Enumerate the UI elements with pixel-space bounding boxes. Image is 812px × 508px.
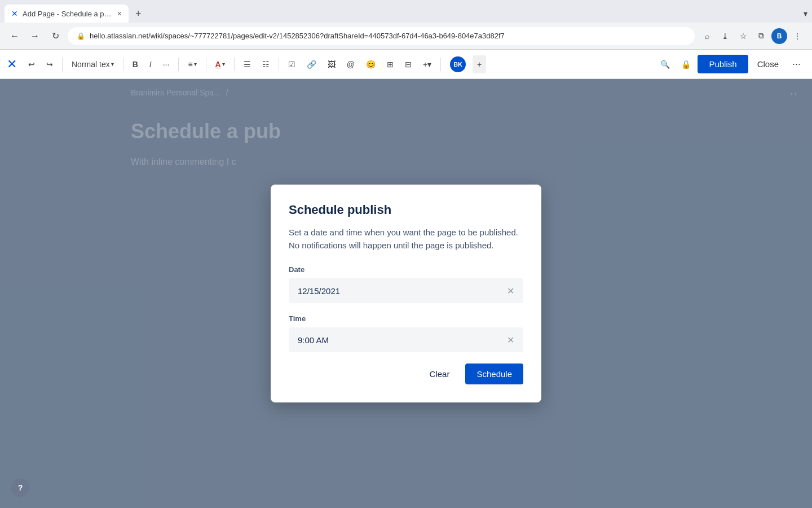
confluence-favicon: ✕ xyxy=(11,9,18,18)
time-value: 9:00 AM xyxy=(298,335,329,345)
font-color-button[interactable]: A ▾ xyxy=(211,55,230,73)
link-button[interactable]: 🔗 xyxy=(302,55,321,73)
bookmark-button[interactable]: ☆ xyxy=(735,28,751,44)
italic-button[interactable]: I xyxy=(145,55,156,73)
browser-menu-button[interactable]: ⋮ xyxy=(789,28,805,44)
tab-title: Add Page - Schedule a publis xyxy=(23,10,113,18)
date-value: 12/15/2021 xyxy=(298,286,340,296)
tab-bar: ✕ Add Page - Schedule a publis × + ▾ xyxy=(0,0,812,23)
close-editor-button[interactable]: Close xyxy=(751,55,785,73)
template-icon: + xyxy=(477,60,482,69)
editor-toolbar: ✕ ↩ ↪ Normal tex ▾ B I ··· ≡ ▾ A ▾ ☰ ☷ ☑… xyxy=(0,50,812,79)
modal-title: Schedule publish xyxy=(289,203,523,217)
modal-description: Set a date and time when you want the pa… xyxy=(289,226,523,252)
url-text: hello.atlassian.net/wiki/spaces/~7777227… xyxy=(90,32,505,40)
back-button[interactable]: ← xyxy=(7,28,23,44)
schedule-publish-modal: Schedule publish Set a date and time whe… xyxy=(271,185,541,402)
numbered-list-button[interactable]: ☷ xyxy=(258,55,274,73)
lock-icon: 🔒 xyxy=(77,32,85,40)
align-button[interactable]: ≡ ▾ xyxy=(183,55,201,73)
date-label: Date xyxy=(289,265,523,274)
clear-button[interactable]: Clear xyxy=(421,364,459,384)
help-button[interactable]: ? xyxy=(11,479,29,497)
new-tab-button[interactable]: + xyxy=(131,8,146,20)
more-options-button[interactable]: ··· xyxy=(788,56,805,72)
refresh-button[interactable]: ↻ xyxy=(47,28,63,44)
separator-7 xyxy=(440,58,441,71)
font-color-caret: ▾ xyxy=(222,61,225,67)
separator-6 xyxy=(279,58,279,71)
time-label: Time xyxy=(289,314,523,323)
bold-button[interactable]: B xyxy=(128,55,143,73)
editor-area: Branimirs Personal Spa... / Schedule a p… xyxy=(0,79,812,508)
active-tab[interactable]: ✕ Add Page - Schedule a publis × xyxy=(5,5,129,23)
time-field-group: Time 9:00 AM ✕ xyxy=(289,314,523,352)
confluence-logo: ✕ xyxy=(7,57,17,72)
align-label: ≡ xyxy=(188,60,192,69)
tab-close-button[interactable]: × xyxy=(117,9,122,18)
separator-2 xyxy=(123,58,123,71)
text-style-label: Normal tex xyxy=(72,60,110,69)
align-caret: ▾ xyxy=(194,61,197,67)
mention-button[interactable]: @ xyxy=(342,55,359,73)
browser-actions: ⌕ ⤓ ☆ ⧉ B ⋮ xyxy=(699,28,805,44)
date-clear-icon[interactable]: ✕ xyxy=(507,286,514,296)
text-style-caret: ▾ xyxy=(111,61,114,67)
search-toolbar-button[interactable]: 🔍 xyxy=(656,55,674,73)
redo-button[interactable]: ↪ xyxy=(42,55,58,73)
window-menu-chevron[interactable]: ▾ xyxy=(804,9,807,18)
restrictions-button[interactable]: 🔒 xyxy=(677,55,695,73)
separator-4 xyxy=(206,58,206,71)
separator-3 xyxy=(178,58,179,71)
more-formatting-button[interactable]: ··· xyxy=(158,55,174,73)
image-button[interactable]: 🖼 xyxy=(323,55,340,73)
separator-5 xyxy=(234,58,235,71)
extension-button[interactable]: ⧉ xyxy=(753,28,769,44)
font-color-label: A xyxy=(215,60,221,69)
task-button[interactable]: ☑ xyxy=(284,55,300,73)
forward-button[interactable]: → xyxy=(27,28,43,44)
insert-button[interactable]: +▾ xyxy=(418,55,436,73)
time-clear-icon[interactable]: ✕ xyxy=(507,335,514,345)
time-input[interactable]: 9:00 AM ✕ xyxy=(289,327,523,352)
url-bar[interactable]: 🔒 hello.atlassian.net/wiki/spaces/~77772… xyxy=(68,27,695,45)
schedule-button[interactable]: Schedule xyxy=(465,364,523,384)
modal-footer: Clear Schedule xyxy=(289,364,523,384)
modal-overlay: Schedule publish Set a date and time whe… xyxy=(0,79,812,508)
date-field-group: Date 12/15/2021 ✕ xyxy=(289,265,523,303)
columns-button[interactable]: ⊟ xyxy=(400,55,416,73)
date-input[interactable]: 12/15/2021 ✕ xyxy=(289,278,523,303)
emoji-button[interactable]: 😊 xyxy=(361,55,380,73)
text-style-dropdown[interactable]: Normal tex ▾ xyxy=(67,55,118,73)
table-button[interactable]: ⊞ xyxy=(382,55,398,73)
avatar-button[interactable]: BK xyxy=(445,55,470,73)
user-avatar: BK xyxy=(450,56,466,72)
bullet-list-button[interactable]: ☰ xyxy=(239,55,255,73)
profile-button[interactable]: B xyxy=(771,28,787,44)
address-bar: ← → ↻ 🔒 hello.atlassian.net/wiki/spaces/… xyxy=(0,23,812,50)
undo-button[interactable]: ↩ xyxy=(24,55,39,73)
publish-button[interactable]: Publish xyxy=(698,55,748,73)
search-page-button[interactable]: ⌕ xyxy=(699,28,715,44)
template-button[interactable]: + xyxy=(473,55,486,73)
separator-1 xyxy=(62,58,63,71)
download-button[interactable]: ⤓ xyxy=(717,28,733,44)
